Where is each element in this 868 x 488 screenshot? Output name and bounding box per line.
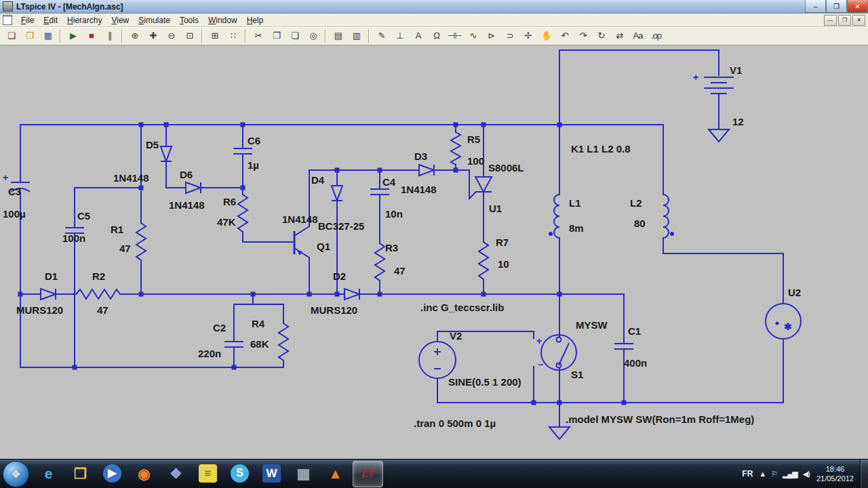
ltspice-app-icon[interactable] — [3, 1, 13, 12]
taskbar-ltspice[interactable]: LT — [353, 461, 383, 487]
menu-window[interactable]: Window — [203, 15, 242, 26]
mdi-close-button[interactable]: ✕ — [852, 15, 865, 26]
label-R3-value[interactable]: 47 — [394, 265, 406, 277]
taskbar-vlc[interactable]: ▲ — [321, 461, 350, 486]
menu-help[interactable]: Help — [242, 15, 269, 26]
wires[interactable] — [20, 50, 783, 427]
place-resistor-icon[interactable]: Ω — [428, 27, 445, 44]
label-V1-value[interactable]: 12 — [732, 116, 744, 127]
label-R1[interactable]: R1 — [111, 224, 123, 235]
schematic-svg[interactable]: + — [0, 45, 868, 459]
move-icon[interactable]: ✢ — [519, 27, 536, 44]
component-D5[interactable] — [161, 146, 172, 161]
component-V2-source[interactable] — [419, 342, 456, 378]
taskbar-firefox[interactable]: ◉ — [130, 461, 159, 486]
component-D1[interactable] — [41, 289, 56, 300]
place-diode-icon[interactable]: ⊳ — [483, 27, 500, 44]
label-C1[interactable]: C1 — [628, 325, 641, 337]
component-D2[interactable] — [344, 289, 359, 300]
label-L2-value[interactable]: 80 — [634, 218, 646, 229]
component-R2[interactable] — [76, 289, 122, 299]
taskbar-calculator[interactable]: ▦ — [289, 461, 318, 486]
menu-hierarchy[interactable]: Hierarchy — [62, 15, 106, 26]
open-file-icon[interactable]: ❒ — [21, 27, 38, 44]
print-preview-icon[interactable]: ▤ — [330, 27, 347, 44]
component-L1[interactable] — [549, 195, 559, 238]
component-R7[interactable] — [479, 242, 488, 281]
save-icon[interactable]: ▦ — [39, 27, 56, 44]
label-tran-directive[interactable]: .tran 0 500m 0 1µ — [414, 418, 496, 429]
run-simulation-icon[interactable]: ▶ — [64, 27, 81, 44]
label-R7[interactable]: R7 — [496, 237, 509, 248]
component-D3[interactable] — [419, 165, 434, 176]
label-D5[interactable]: D5 — [146, 139, 159, 150]
start-button[interactable]: ❖ — [3, 461, 29, 487]
mdi-restore-button[interactable]: ❐ — [838, 15, 851, 26]
taskbar-taskbar-app-5[interactable]: ❖ — [161, 461, 191, 486]
label-D2-value[interactable]: MURS120 — [311, 304, 357, 316]
label-R5[interactable]: R5 — [467, 134, 480, 145]
label-V2[interactable]: V2 — [450, 330, 462, 342]
place-ground-icon[interactable]: ⊥ — [391, 27, 408, 44]
rotate-icon[interactable]: ↻ — [593, 27, 610, 44]
taskbar-skype[interactable]: S — [225, 461, 254, 486]
component-V1-battery[interactable]: + — [693, 72, 734, 94]
component-L2[interactable] — [663, 195, 674, 238]
title-bar[interactable]: LTspice IV - [MechAlgn.asc] – ❐ ✕ — [0, 0, 868, 14]
menu-view[interactable]: View — [106, 15, 134, 26]
pause-simulation-icon[interactable]: ∥ — [101, 27, 118, 44]
ground-symbol-main[interactable] — [549, 427, 570, 439]
hidden-icons-chevron[interactable]: ▲ — [756, 470, 768, 479]
label-R5-value[interactable]: 100 — [467, 155, 484, 167]
component-C6[interactable] — [233, 148, 252, 154]
label-C2[interactable]: C2 — [213, 322, 226, 333]
close-button[interactable]: ✕ — [847, 0, 868, 13]
label-D3[interactable]: D3 — [414, 150, 427, 162]
label-C3-value[interactable]: 100µ — [3, 208, 26, 220]
menu-file[interactable]: File — [16, 15, 39, 26]
place-component-icon[interactable]: ⊃ — [501, 27, 518, 44]
paste-icon[interactable]: ❑ — [286, 27, 303, 44]
component-C2[interactable] — [224, 342, 243, 347]
print-icon[interactable]: ▥ — [348, 27, 365, 44]
label-U2[interactable]: U2 — [788, 287, 801, 298]
label-D6[interactable]: D6 — [180, 169, 193, 180]
components[interactable]: + — [3, 72, 801, 439]
label-C1-value[interactable]: 400n — [624, 357, 647, 369]
component-R1[interactable] — [136, 223, 146, 264]
label-R4[interactable]: R4 — [252, 318, 265, 329]
label-L2[interactable]: L2 — [630, 197, 642, 209]
label-R7-value[interactable]: 10 — [498, 258, 509, 270]
schematic-canvas[interactable]: + — [0, 45, 868, 459]
label-C6-value[interactable]: 1µ — [248, 159, 259, 171]
label-R2-value[interactable]: 47 — [97, 304, 108, 316]
taskbar-word[interactable]: W — [257, 461, 286, 486]
zoom-full-extents-icon[interactable]: ⊡ — [181, 27, 198, 44]
component-U1-scr[interactable] — [475, 177, 492, 192]
taskbar-sticky-notes[interactable]: ≡ — [193, 461, 222, 486]
label-C4[interactable]: C4 — [382, 176, 396, 188]
label-C3[interactable]: C3 — [8, 186, 21, 197]
zoom-in-icon[interactable]: ⊕ — [126, 27, 143, 44]
label-V2-value[interactable]: SINE(0.5 1 200) — [448, 376, 521, 388]
component-R3[interactable] — [375, 243, 384, 284]
component-R6[interactable] — [238, 195, 248, 235]
menu-edit[interactable]: Edit — [39, 15, 62, 26]
label-R6-value[interactable]: 47K — [217, 216, 236, 228]
volume-icon[interactable]: ◀) — [800, 470, 812, 479]
cut-icon[interactable]: ✂ — [250, 27, 267, 44]
minimize-button[interactable]: – — [805, 0, 826, 13]
label-D3-value[interactable]: 1N4148 — [401, 184, 437, 195]
label-C5-value[interactable]: 100n — [62, 232, 85, 244]
label-L1[interactable]: L1 — [569, 197, 581, 209]
label-S1[interactable]: S1 — [571, 369, 583, 380]
halt-simulation-icon[interactable]: ■ — [83, 27, 100, 44]
zoom-pan-icon[interactable]: ✚ — [144, 27, 161, 44]
label-D1[interactable]: D1 — [45, 270, 58, 282]
component-Q1[interactable] — [294, 226, 309, 258]
label-D6-value[interactable]: 1N4148 — [169, 199, 205, 211]
label-inc-directive[interactable]: .inc G_teccscr.lib — [420, 302, 504, 313]
language-indicator[interactable]: FR — [738, 469, 756, 479]
draw-wire-icon[interactable]: ✎ — [373, 27, 390, 44]
taskbar-clock[interactable]: 18:46 21/05/2012 — [816, 464, 854, 484]
